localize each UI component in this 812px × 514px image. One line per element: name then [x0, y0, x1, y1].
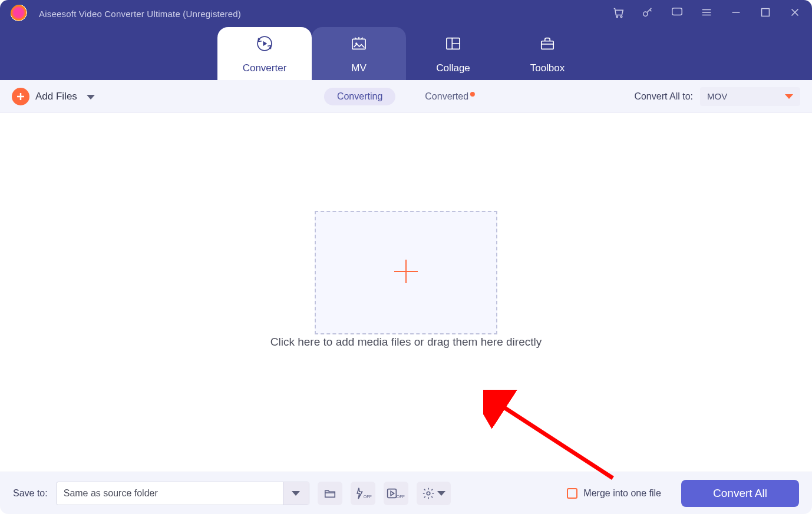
minimize-icon[interactable] [730, 6, 742, 21]
format-value: MOV [707, 91, 727, 101]
titlebar: Aiseesoft Video Converter Ultimate (Unre… [0, 0, 812, 27]
off-badge: OFF [397, 495, 405, 499]
convert-all-label: Convert All [713, 487, 767, 500]
tab-collage[interactable]: Collage [406, 27, 500, 80]
feedback-icon[interactable] [671, 6, 684, 21]
svg-point-0 [616, 16, 618, 18]
add-media-dropzone[interactable] [315, 211, 497, 334]
maximize-icon[interactable] [759, 6, 772, 21]
add-files-label: Add Files [35, 91, 77, 102]
mv-icon [349, 34, 369, 57]
format-select[interactable]: MOV [700, 87, 800, 106]
save-to-value: Same as source folder [57, 488, 283, 499]
off-badge: OFF [364, 495, 372, 499]
header-tabs: Converter MV Collage Toolbox [0, 27, 812, 80]
menu-icon[interactable] [700, 6, 713, 21]
main-area: Click here to add media files or drag th… [0, 113, 812, 472]
merge-checkbox[interactable]: Merge into one file [567, 488, 661, 499]
svg-line-10 [495, 402, 613, 478]
chevron-down-icon [292, 491, 300, 496]
convert-all-button[interactable]: Convert All [681, 480, 799, 507]
add-files-button[interactable]: Add Files [12, 88, 95, 105]
svg-point-2 [643, 12, 648, 16]
notification-dot-icon [470, 92, 475, 97]
svg-rect-9 [542, 41, 553, 49]
chevron-down-icon [437, 491, 445, 496]
status-filter: Converting Converted [324, 88, 488, 105]
tab-label: Collage [436, 62, 470, 74]
cart-icon[interactable] [612, 6, 625, 21]
converting-pill[interactable]: Converting [324, 88, 395, 105]
settings-button[interactable] [417, 482, 451, 505]
plus-icon [12, 88, 29, 105]
converter-icon [255, 34, 275, 57]
app-logo-icon [11, 5, 28, 22]
gpu-acceleration-button[interactable]: OFF [351, 482, 375, 505]
tab-mv[interactable]: MV [312, 27, 406, 80]
merge-label: Merge into one file [583, 488, 661, 499]
toolbox-icon [537, 34, 557, 57]
open-folder-button[interactable] [318, 482, 342, 505]
pill-label: Converting [337, 91, 382, 101]
collage-icon [443, 34, 463, 57]
convert-all-to-label: Convert All to: [634, 91, 693, 102]
save-to-dropdown-button[interactable] [283, 482, 309, 505]
footer: Save to: Same as source folder OFF OFF M… [0, 472, 812, 514]
tab-label: MV [351, 62, 367, 74]
svg-point-12 [427, 492, 430, 495]
tab-converter[interactable]: Converter [217, 27, 312, 80]
tab-toolbox[interactable]: Toolbox [500, 27, 595, 80]
svg-rect-4 [762, 9, 770, 16]
tab-label: Converter [243, 62, 287, 74]
tab-label: Toolbox [530, 62, 565, 74]
chevron-down-icon [87, 91, 95, 102]
key-icon[interactable] [641, 6, 654, 21]
plus-icon [390, 255, 422, 290]
window-controls [612, 6, 801, 21]
app-title: Aiseesoft Video Converter Ultimate (Unre… [39, 9, 241, 19]
save-to-label: Save to: [13, 488, 48, 499]
convert-all-to: Convert All to: MOV [634, 87, 800, 106]
checkbox-icon [567, 488, 577, 499]
svg-point-1 [620, 16, 622, 18]
high-speed-button[interactable]: OFF [384, 482, 408, 505]
chevron-down-icon [785, 94, 793, 99]
close-icon[interactable] [788, 6, 801, 21]
svg-rect-6 [352, 39, 365, 49]
toolbar: Add Files Converting Converted Convert A… [0, 80, 812, 113]
converted-pill[interactable]: Converted [412, 88, 488, 105]
pill-label: Converted [425, 91, 468, 101]
save-to-select[interactable]: Same as source folder [56, 482, 309, 505]
dropzone-hint: Click here to add media files or drag th… [270, 336, 542, 349]
